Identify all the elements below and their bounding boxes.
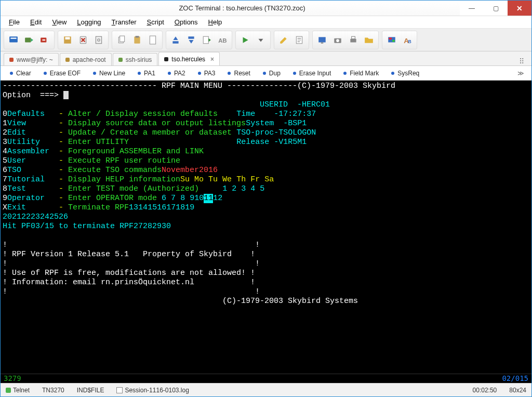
svg-rect-32 <box>352 36 355 39</box>
tab-label: ssh-sirius <box>126 56 152 63</box>
svg-rect-1 <box>10 37 16 38</box>
func-field-mark[interactable]: Field Mark <box>338 69 384 78</box>
tab-ssh-sirius[interactable]: ssh-sirius <box>113 53 158 65</box>
tool-disconnect-icon[interactable] <box>37 33 52 47</box>
svg-rect-28 <box>321 42 324 43</box>
menubar: File Edit View Logging Transfer Script O… <box>1 16 531 29</box>
func-pa3[interactable]: PA3 <box>193 69 221 78</box>
svg-rect-20 <box>203 36 208 44</box>
close-icon[interactable]: × <box>210 56 214 63</box>
tool-copy-icon[interactable] <box>114 33 129 47</box>
checkbox-icon[interactable] <box>116 387 123 393</box>
menu-script[interactable]: Script <box>143 17 168 27</box>
func-pa2[interactable]: PA2 <box>163 69 191 78</box>
tool-folder-icon[interactable] <box>362 33 376 47</box>
func-sysreq[interactable]: SysReq <box>386 69 424 78</box>
tab-icon <box>9 58 14 62</box>
svg-marker-23 <box>243 37 248 43</box>
status-size: 80x24 <box>509 387 526 394</box>
func-pa1[interactable]: PA1 <box>132 69 161 78</box>
tab-label: www@jiffy: ~ <box>17 56 53 63</box>
tool-sessions-icon[interactable] <box>6 33 21 47</box>
svg-marker-21 <box>208 38 211 42</box>
svg-marker-33 <box>365 37 373 43</box>
tool-delete-icon[interactable] <box>76 33 90 47</box>
menu-view[interactable]: View <box>48 17 71 27</box>
svg-rect-0 <box>9 36 18 42</box>
svg-rect-14 <box>136 36 139 37</box>
svg-rect-2 <box>25 37 31 42</box>
tool-paste-icon[interactable] <box>130 33 144 47</box>
svg-rect-12 <box>120 36 125 42</box>
tool-properties-icon[interactable] <box>91 33 106 47</box>
tool-text-icon[interactable]: ABC <box>215 33 230 47</box>
close-button[interactable]: ✕ <box>508 1 531 16</box>
funcbar: Clear Erase EOF New Line PA1 PA2 PA3 Res… <box>1 66 531 81</box>
svg-rect-16 <box>172 41 178 44</box>
svg-marker-25 <box>280 37 286 43</box>
tool-camera-icon[interactable] <box>330 33 345 47</box>
terminal[interactable]: --------------------------------- RPF MA… <box>1 81 531 374</box>
tab-label: tso.hercules <box>171 56 205 63</box>
tab-grid-icon[interactable]: ⠿ <box>513 57 531 65</box>
tab-icon <box>118 58 123 62</box>
menu-file[interactable]: File <box>5 17 24 27</box>
tool-download-icon[interactable] <box>184 33 198 47</box>
status-proto: TN3270 <box>42 387 64 394</box>
tab-icon <box>164 57 168 61</box>
svg-rect-36 <box>392 40 395 42</box>
tab-icon <box>65 58 70 62</box>
toolbar: ABC AB <box>1 29 531 51</box>
tool-colors-icon[interactable] <box>384 33 399 47</box>
func-erase-input[interactable]: Erase Input <box>288 69 336 78</box>
func-dup[interactable]: Dup <box>258 69 286 78</box>
led-icon <box>6 388 11 393</box>
svg-rect-27 <box>318 37 326 42</box>
status-filetype: IND$FILE <box>77 387 104 394</box>
menu-options[interactable]: Options <box>170 17 202 27</box>
tool-font-icon[interactable]: AB <box>400 33 415 47</box>
menu-help[interactable]: Help <box>204 17 227 27</box>
func-erase-eof[interactable]: Erase EOF <box>38 69 86 78</box>
svg-marker-24 <box>259 38 263 42</box>
tool-export-icon[interactable] <box>200 33 214 47</box>
tool-save-icon[interactable] <box>60 33 75 47</box>
minimize-button[interactable]: — <box>460 1 484 16</box>
tool-edit-icon[interactable] <box>276 33 291 47</box>
titlebar: ZOC Terminal : tso.hercules (TN3270.zoc)… <box>1 1 531 16</box>
tabstrip: www@jiffy: ~ apache-root ssh-sirius tso.… <box>1 51 531 66</box>
func-new-line[interactable]: New Line <box>88 69 130 78</box>
statusbar: Telnet TN3270 IND$FILE Session-1116-0103… <box>1 383 531 396</box>
tool-play-icon[interactable] <box>238 33 252 47</box>
status-logfile[interactable]: Session-1116-0103.log <box>116 387 189 394</box>
tool-new-icon[interactable] <box>145 33 160 47</box>
svg-rect-5 <box>43 39 46 40</box>
menu-logging[interactable]: Logging <box>73 17 105 27</box>
menu-transfer[interactable]: Transfer <box>108 17 141 27</box>
svg-text:ABC: ABC <box>218 37 227 43</box>
term-cursor-pos: 02/015 <box>502 374 528 383</box>
funcbar-more-icon[interactable]: ≫ <box>514 70 527 77</box>
tool-connect-icon[interactable] <box>22 33 36 47</box>
svg-rect-9 <box>96 36 101 44</box>
svg-marker-19 <box>189 40 194 44</box>
svg-rect-7 <box>65 37 70 39</box>
func-clear[interactable]: Clear <box>5 69 36 78</box>
tool-dropdown-icon[interactable] <box>254 33 268 47</box>
tab-www-jiffy[interactable]: www@jiffy: ~ <box>4 53 59 65</box>
status-elapsed: 00:02:50 <box>473 387 497 394</box>
menu-edit[interactable]: Edit <box>26 17 46 27</box>
func-reset[interactable]: Reset <box>222 69 255 78</box>
tab-apache-root[interactable]: apache-root <box>60 53 112 65</box>
tool-print-icon[interactable] <box>346 33 361 47</box>
tool-screen-icon[interactable] <box>315 33 329 47</box>
svg-rect-35 <box>389 37 392 39</box>
tool-script-icon[interactable] <box>292 33 307 47</box>
term-mode: 3279 <box>4 374 21 383</box>
maximize-button[interactable]: ▢ <box>484 1 508 16</box>
svg-point-30 <box>336 39 339 42</box>
svg-rect-15 <box>150 36 155 44</box>
tool-upload-icon[interactable] <box>168 33 183 47</box>
tab-tso-hercules[interactable]: tso.hercules× <box>158 52 220 65</box>
svg-marker-17 <box>174 36 178 40</box>
